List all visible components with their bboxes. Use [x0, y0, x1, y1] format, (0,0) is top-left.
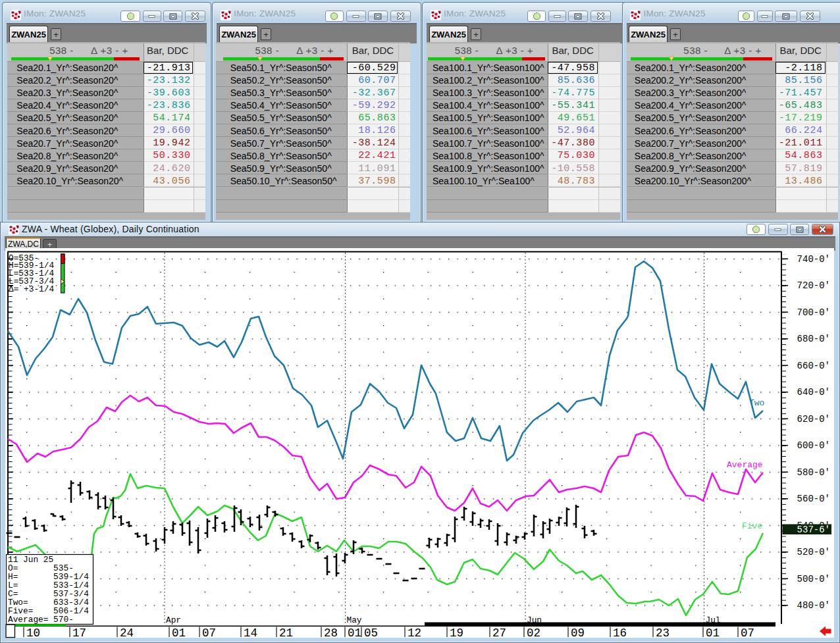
svg-text:740-0': 740-0' — [797, 254, 830, 265]
svg-text:620-0': 620-0' — [797, 414, 830, 424]
svg-text:16: 16 — [613, 627, 627, 640]
svg-text:520-0': 520-0' — [797, 547, 830, 557]
svg-text:Δ= +3-1/4: Δ= +3-1/4 — [9, 284, 54, 294]
svg-text:21: 21 — [279, 627, 293, 640]
svg-text:02: 02 — [527, 627, 540, 640]
svg-text:660-0': 660-0' — [797, 361, 830, 371]
svg-text:24: 24 — [120, 627, 134, 640]
svg-text:05: 05 — [364, 627, 378, 640]
svg-text:500-0': 500-0' — [797, 574, 830, 584]
svg-text:Five: Five — [742, 521, 762, 531]
svg-text:09: 09 — [571, 627, 585, 640]
svg-text:27: 27 — [492, 627, 506, 640]
svg-text:07: 07 — [741, 627, 754, 640]
svg-text:07: 07 — [202, 627, 216, 640]
svg-text:01: 01 — [706, 627, 720, 640]
svg-text:May: May — [347, 615, 362, 625]
svg-text:23: 23 — [656, 627, 669, 640]
svg-text:480-0': 480-0' — [797, 600, 830, 611]
svg-text:580-0': 580-0' — [797, 467, 830, 478]
svg-text:700-0': 700-0' — [797, 307, 830, 318]
svg-text:640-0': 640-0' — [797, 387, 830, 398]
svg-text:17: 17 — [72, 627, 86, 640]
svg-text:Average: Average — [727, 460, 763, 470]
svg-text:01: 01 — [348, 627, 361, 640]
svg-text:01: 01 — [172, 627, 186, 640]
svg-text:600-0': 600-0' — [797, 440, 830, 451]
svg-text:28: 28 — [324, 627, 338, 640]
svg-text:537-6': 537-6' — [797, 525, 830, 535]
svg-text:14: 14 — [244, 627, 257, 640]
svg-text:680-0': 680-0' — [797, 334, 830, 344]
svg-text:Apr: Apr — [166, 615, 181, 625]
svg-text:Average= 570-: Average= 570- — [8, 615, 74, 625]
svg-text:19: 19 — [450, 627, 463, 640]
svg-text:560-0': 560-0' — [797, 494, 830, 504]
svg-text:12: 12 — [407, 627, 421, 640]
svg-text:720-0': 720-0' — [797, 280, 830, 291]
svg-text:Two: Two — [749, 398, 764, 408]
svg-text:10: 10 — [26, 627, 40, 640]
